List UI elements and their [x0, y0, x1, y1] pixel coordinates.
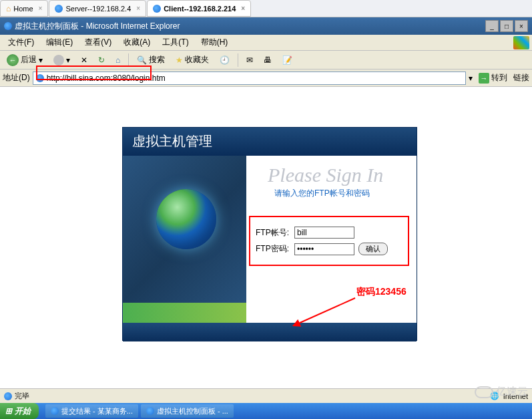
- content-area: 虚拟主机管理 Please Sign In 请输入您的FTP帐号和密码 FTP帐…: [0, 87, 532, 394]
- print-button[interactable]: 🖶: [260, 54, 276, 66]
- tab-label: Server--192.168.2.4: [65, 5, 131, 13]
- back-button[interactable]: ← 后退 ▾: [3, 53, 47, 67]
- ftp-user-label: FTP帐号:: [256, 227, 290, 239]
- go-icon: →: [479, 73, 489, 84]
- favorites-label: 收藏夹: [185, 54, 209, 65]
- page-icon: [4, 392, 12, 400]
- cloud-icon: [475, 386, 493, 398]
- dropdown-icon[interactable]: ▾: [469, 74, 473, 83]
- home-icon: ⌂: [115, 55, 120, 65]
- panel-graphic: [123, 156, 246, 323]
- menu-bar: 文件(F) 编辑(E) 查看(V) 收藏(A) 工具(T) 帮助(H): [0, 35, 532, 51]
- address-bar: 地址(D) http://bill.sina.com:8080/login.ht…: [0, 69, 532, 87]
- password-annotation: 密码123456: [356, 286, 407, 298]
- watermark-text: 亿速云: [496, 385, 528, 399]
- globe-icon: [156, 189, 216, 249]
- history-icon: 🕘: [220, 55, 230, 65]
- start-button[interactable]: ⊞ 开始: [0, 403, 39, 419]
- minimize-button[interactable]: _: [485, 20, 499, 32]
- task-label: 提交结果 - 某某商务...: [61, 406, 133, 416]
- print-icon: 🖶: [264, 55, 272, 65]
- favorites-button[interactable]: ★ 收藏夹: [172, 53, 213, 67]
- windows-icon: ⊞: [5, 406, 12, 416]
- address-label: 地址(D): [3, 72, 30, 84]
- home-button[interactable]: ⌂: [111, 54, 124, 66]
- start-label: 开始: [15, 406, 31, 417]
- menu-favorites[interactable]: 收藏(A): [118, 35, 156, 50]
- svg-line-1: [298, 298, 355, 323]
- menu-edit[interactable]: 编辑(E): [41, 35, 78, 50]
- window-title: 虚拟主机控制面板 - Microsoft Internet Explorer: [15, 21, 180, 32]
- ie-icon: [4, 22, 12, 30]
- close-icon[interactable]: ×: [136, 5, 140, 12]
- toolbar: ← 后退 ▾ ▾ ✕ ↻ ⌂ 🔍 搜索 ★ 收藏夹 🕘 ✉ 🖶 📝: [0, 51, 532, 69]
- menu-file[interactable]: 文件(F): [3, 35, 39, 50]
- ftp-pass-input[interactable]: [294, 243, 354, 255]
- status-bar: 完毕 🌐 Internet: [0, 388, 532, 403]
- menu-view[interactable]: 查看(V): [79, 35, 117, 50]
- forward-icon: [53, 55, 64, 65]
- task-label: 虚拟主机控制面板 - ...: [157, 406, 228, 416]
- refresh-button[interactable]: ↻: [94, 54, 109, 66]
- edit-icon: 📝: [282, 55, 292, 65]
- form-highlight-annotation: FTP帐号: FTP密码: 确认: [249, 216, 409, 266]
- address-url: http://bill.sina.com:8080/login.htm: [47, 74, 166, 83]
- tab-server[interactable]: Server--192.168.2.4 ×: [49, 0, 146, 17]
- edit-button[interactable]: 📝: [278, 54, 296, 66]
- tab-label: Client--192.168.2.214: [164, 5, 236, 13]
- go-button[interactable]: → 转到: [475, 71, 511, 85]
- ie-icon: [55, 5, 63, 13]
- signin-title: Please Sign In: [254, 164, 409, 186]
- tab-label: Home: [13, 5, 33, 13]
- menu-tools[interactable]: 工具(T): [157, 35, 194, 50]
- close-icon[interactable]: ×: [241, 5, 245, 12]
- separator: [128, 53, 129, 67]
- close-icon[interactable]: ×: [39, 5, 43, 12]
- forward-button[interactable]: ▾: [49, 53, 74, 67]
- ie-icon: [51, 407, 59, 415]
- maximize-button[interactable]: □: [500, 20, 513, 32]
- login-panel: 虚拟主机管理 Please Sign In 请输入您的FTP帐号和密码 FTP帐…: [122, 127, 417, 341]
- taskbar-item[interactable]: 提交结果 - 某某商务...: [45, 404, 138, 418]
- history-button[interactable]: 🕘: [216, 54, 234, 66]
- annotation-arrow: [295, 295, 362, 322]
- close-button[interactable]: ×: [515, 20, 528, 32]
- ie-icon: [146, 407, 154, 415]
- ftp-pass-label: FTP密码:: [256, 243, 290, 255]
- address-input[interactable]: http://bill.sina.com:8080/login.htm: [33, 72, 466, 85]
- back-label: 后退: [21, 54, 37, 65]
- search-button[interactable]: 🔍 搜索: [133, 53, 169, 67]
- back-icon: ←: [7, 54, 19, 66]
- chevron-down-icon: ▾: [39, 55, 43, 65]
- menu-help[interactable]: 帮助(H): [196, 35, 234, 50]
- stop-button[interactable]: ✕: [77, 54, 91, 66]
- search-label: 搜索: [149, 54, 165, 65]
- refresh-icon: ↻: [98, 55, 105, 65]
- tab-client[interactable]: Client--192.168.2.214 ×: [147, 0, 251, 17]
- ie-icon: [153, 5, 161, 13]
- home-icon: ⌂: [6, 4, 11, 13]
- signin-subtitle: 请输入您的FTP帐号和密码: [254, 188, 409, 199]
- taskbar: ⊞ 开始 提交结果 - 某某商务... 虚拟主机控制面板 - ...: [0, 403, 532, 419]
- chevron-down-icon: ▾: [66, 55, 70, 65]
- star-icon: ★: [176, 55, 183, 65]
- separator: [238, 53, 238, 67]
- ftp-user-input[interactable]: [294, 227, 354, 239]
- panel-title: 虚拟主机管理: [132, 132, 212, 150]
- go-label: 转到: [491, 72, 507, 84]
- watermark: 亿速云: [475, 385, 528, 399]
- mail-icon: ✉: [246, 55, 253, 65]
- taskbar-item[interactable]: 虚拟主机控制面板 - ...: [141, 404, 234, 418]
- tab-home[interactable]: ⌂ Home ×: [0, 0, 48, 17]
- panel-footer: [123, 323, 417, 341]
- links-label[interactable]: 链接: [513, 72, 529, 84]
- status-text: 完毕: [15, 391, 29, 401]
- mail-button[interactable]: ✉: [242, 54, 257, 66]
- stop-icon: ✕: [81, 55, 87, 65]
- browser-tabs: ⌂ Home × Server--192.168.2.4 × Client--1…: [0, 0, 532, 17]
- page-icon: [36, 74, 44, 82]
- windows-logo-icon: [513, 36, 529, 49]
- panel-header: 虚拟主机管理: [123, 128, 417, 156]
- submit-button[interactable]: 确认: [358, 243, 388, 255]
- search-icon: 🔍: [137, 55, 147, 65]
